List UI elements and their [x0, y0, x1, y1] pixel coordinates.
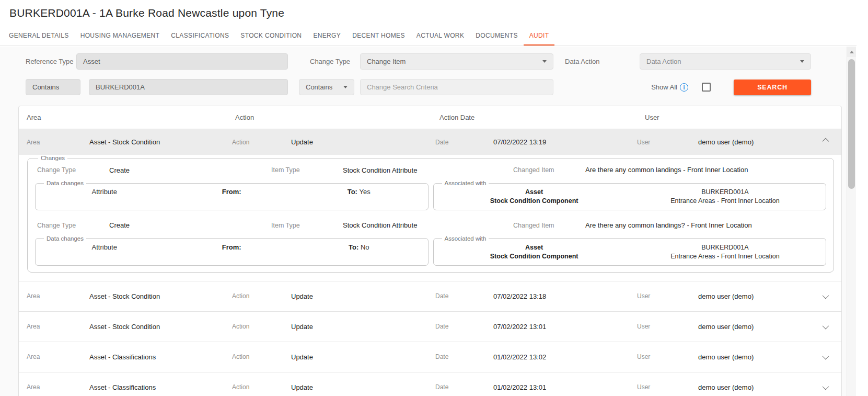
row-area-label: Area: [27, 383, 89, 391]
expand-row-button[interactable]: [814, 281, 835, 311]
data-changes-legend: Data changes: [44, 180, 86, 186]
row-action-value: Update: [291, 383, 435, 391]
change-entry-detail: Data changes Attribute From: To: No Asso…: [35, 235, 826, 266]
associated-entity-type: Asset Stock Condition Component: [439, 243, 630, 261]
tab-energy[interactable]: ENERGY: [307, 26, 346, 46]
audit-row[interactable]: Area Asset - Stock Condition Action Upda…: [19, 311, 841, 342]
changed-item-value: Are there any common landings? - Front I…: [585, 221, 762, 230]
audit-row[interactable]: Area Asset - Stock Condition Action Upda…: [19, 281, 841, 311]
scrollbar-thumb[interactable]: [848, 59, 855, 189]
search-button[interactable]: SEARCH: [734, 80, 811, 95]
row-user-label: User: [637, 292, 698, 300]
row-area-label: Area: [27, 353, 89, 360]
to-value: No: [361, 243, 369, 251]
data-changes-row: Attribute From: To: No: [41, 242, 423, 251]
associated-entity-value: BURKERD001A Entrance Areas - Front Inner…: [630, 188, 820, 206]
expand-row-button[interactable]: [814, 372, 835, 396]
associated-entity-value: BURKERD001A Entrance Areas - Front Inner…: [630, 243, 820, 261]
row-date-value: 07/02/2022 13:19: [493, 138, 637, 146]
row-area-label: Area: [27, 139, 89, 146]
tab-decent-homes[interactable]: DECENT HOMES: [346, 26, 411, 46]
row-action-label: Action: [232, 323, 291, 330]
reference-type-value: Asset: [83, 58, 100, 65]
change-type-select[interactable]: Change Item: [360, 53, 553, 70]
attribute-label: Attribute: [41, 243, 168, 251]
change-operator-select[interactable]: Contains: [299, 79, 354, 95]
row-area-value: Asset - Stock Condition: [89, 292, 232, 300]
data-changes-legend: Data changes: [44, 235, 86, 242]
changes-legend: Changes: [38, 155, 67, 161]
from-label: From:: [222, 243, 241, 251]
expand-row-button[interactable]: [814, 312, 835, 342]
row-action-label: Action: [232, 139, 291, 146]
row-date-label: Date: [435, 139, 493, 146]
associated-left-line-1: Asset: [439, 188, 630, 197]
show-all-label: Show All: [651, 83, 677, 91]
data-changes-panel: Data changes Attribute From: To: No: [35, 235, 429, 266]
change-search-input[interactable]: [360, 79, 553, 95]
collapse-row-button[interactable]: [814, 129, 835, 155]
item-type-label: Item Type: [271, 222, 343, 229]
change-entry-detail: Data changes Attribute From: To: Yes Ass…: [35, 180, 826, 210]
tab-audit[interactable]: AUDIT: [524, 26, 555, 46]
data-action-select[interactable]: Data Action: [640, 53, 811, 70]
scroll-up-button[interactable]: [847, 47, 856, 57]
to-value: Yes: [360, 188, 371, 196]
table-header-row: Area Action Action Date User: [19, 106, 841, 129]
reference-operator-select[interactable]: Contains: [26, 79, 80, 95]
row-user-label: User: [637, 383, 698, 391]
tab-actual-work[interactable]: ACTUAL WORK: [411, 26, 470, 46]
associated-right-line-2: Entrance Areas - Front Inner Location: [630, 252, 820, 261]
reference-search-input[interactable]: BURKERD001A: [89, 79, 288, 95]
row-action-value: Update: [291, 138, 435, 146]
audit-row-summary[interactable]: Area Asset - Stock Condition Action Upda…: [19, 129, 841, 155]
expand-row-button[interactable]: [814, 342, 835, 372]
associated-with-legend: Associated with: [442, 235, 489, 242]
reference-type-label: Reference Type: [26, 58, 76, 65]
filter-row-1: Reference Type Asset Change Type Change …: [26, 53, 847, 70]
changes-detail: Changes Change Type Create Item Type Sto…: [19, 155, 841, 281]
row-user-value: demo user (demo): [698, 383, 814, 391]
info-icon[interactable]: i: [680, 83, 688, 92]
chevron-down-icon: [822, 353, 829, 359]
tab-housing-management[interactable]: HOUSING MANAGEMENT: [75, 26, 166, 46]
chevron-down-icon: [343, 86, 348, 88]
audit-row[interactable]: Area Asset - Classifications Action Upda…: [19, 372, 841, 396]
reference-type-input[interactable]: Asset: [76, 53, 288, 70]
chevron-up-icon: [822, 138, 829, 145]
tab-general-details[interactable]: GENERAL DETAILS: [3, 26, 75, 46]
change-type-label: Change Type: [37, 222, 109, 229]
asset-audit-page: BURKERD001A - 1A Burke Road Newcastle up…: [0, 0, 868, 46]
from-field: From:: [168, 243, 296, 251]
vertical-scrollbar[interactable]: [847, 47, 856, 396]
item-type-value: Stock Condition Attribute: [343, 166, 513, 174]
associated-with-panel: Associated with Asset Stock Condition Co…: [433, 180, 827, 210]
row-user-label: User: [637, 353, 698, 360]
show-all-checkbox[interactable]: [702, 83, 711, 92]
row-date-value: 07/02/2022 13:01: [493, 323, 637, 331]
audit-row[interactable]: Area Asset - Classifications Action Upda…: [19, 342, 841, 372]
tab-bar: GENERAL DETAILS HOUSING MANAGEMENT CLASS…: [0, 26, 857, 46]
row-area-value: Asset - Classifications: [89, 353, 232, 361]
item-type-value: Stock Condition Attribute: [343, 221, 513, 229]
row-area-label: Area: [27, 323, 89, 330]
row-user-value: demo user (demo): [698, 323, 814, 331]
tab-documents[interactable]: DOCUMENTS: [470, 26, 523, 46]
associated-right-line-2: Entrance Areas - Front Inner Location: [630, 197, 820, 206]
associated-left-line-2: Stock Condition Component: [439, 197, 630, 206]
associated-entity-type: Asset Stock Condition Component: [439, 188, 630, 206]
reference-operator-value: Contains: [32, 83, 59, 91]
tab-stock-condition[interactable]: STOCK CONDITION: [235, 26, 307, 46]
change-entry-meta: Change Type Create Item Type Stock Condi…: [35, 217, 826, 234]
chevron-down-icon: [542, 60, 547, 63]
row-user-value: demo user (demo): [698, 138, 814, 146]
column-header-area: Area: [27, 114, 235, 121]
reference-search-value: BURKERD001A: [96, 83, 145, 91]
associated-with-legend: Associated with: [442, 180, 489, 186]
row-area-value: Asset - Stock Condition: [89, 323, 232, 331]
row-user-value: demo user (demo): [698, 353, 814, 361]
to-label: To:: [349, 243, 358, 251]
tab-classifications[interactable]: CLASSIFICATIONS: [165, 26, 235, 46]
row-action-label: Action: [232, 353, 291, 360]
row-user-value: demo user (demo): [698, 292, 814, 300]
